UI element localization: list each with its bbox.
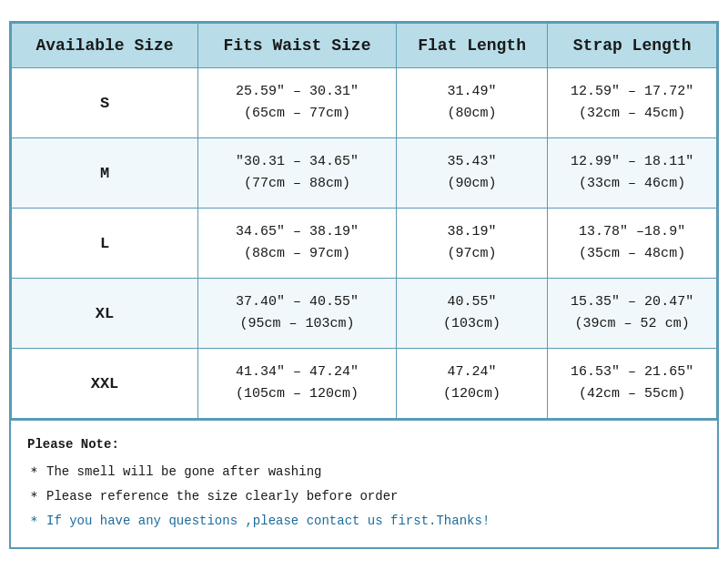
strap-cell: 13.78″ –18.9″(35cm – 48cm) [548, 209, 717, 279]
notes-section: Please Note: ＊The smell will be gone aft… [11, 419, 717, 546]
waist-cell: 34.65″ – 38.19″(88cm – 97cm) [198, 209, 397, 279]
note-text: Please reference the size clearly before… [46, 485, 398, 508]
size-chart-container: Available Size Fits Waist Size Flat Leng… [9, 21, 719, 548]
flat-cell: 35.43″(90cm) [396, 138, 547, 209]
table-row: L34.65″ – 38.19″(88cm – 97cm)38.19″(97cm… [12, 209, 717, 279]
size-cell: M [12, 138, 198, 209]
flat-cell: 47.24″(120cm) [396, 349, 547, 419]
size-cell: S [12, 68, 198, 138]
strap-cell: 16.53″ – 21.65″(42cm – 55cm) [548, 349, 717, 419]
header-available-size: Available Size [12, 24, 198, 68]
waist-cell: 37.40″ – 40.55″(95cm – 103cm) [198, 279, 397, 349]
waist-cell: 25.59″ – 30.31″(65cm – 77cm) [198, 68, 397, 138]
flat-cell: 40.55″(103cm) [396, 279, 547, 349]
note-bullet: ＊ [27, 485, 41, 510]
note-text: If you have any questions ,please contac… [46, 510, 490, 533]
header-flat-length: Flat Length [396, 24, 547, 68]
size-cell: XL [12, 279, 198, 349]
flat-cell: 38.19″(97cm) [396, 209, 547, 279]
waist-cell: ″30.31 – 34.65″(77cm – 88cm) [198, 138, 397, 209]
note-item: ＊Please reference the size clearly befor… [27, 485, 701, 510]
waist-cell: 41.34″ – 47.24″(105cm – 120cm) [198, 349, 397, 419]
size-cell: L [12, 209, 198, 279]
table-row: S25.59″ – 30.31″(65cm – 77cm)31.49″(80cm… [12, 68, 717, 138]
table-header-row: Available Size Fits Waist Size Flat Leng… [12, 24, 717, 68]
strap-cell: 12.99″ – 18.11″(33cm – 46cm) [548, 138, 717, 209]
notes-title: Please Note: [27, 433, 701, 456]
note-item: ＊The smell will be gone after washing [27, 461, 701, 485]
size-cell: XXL [12, 349, 198, 419]
table-row: M″30.31 – 34.65″(77cm – 88cm)35.43″(90cm… [12, 138, 717, 209]
note-text: The smell will be gone after washing [46, 461, 321, 483]
strap-cell: 12.59″ – 17.72″(32cm – 45cm) [548, 68, 717, 138]
strap-cell: 15.35″ – 20.47″(39cm – 52 cm) [548, 279, 717, 349]
note-bullet: ＊ [27, 510, 41, 534]
header-fits-waist: Fits Waist Size [198, 24, 397, 68]
header-strap-length: Strap Length [548, 24, 717, 68]
note-item: ＊If you have any questions ,please conta… [27, 510, 701, 534]
flat-cell: 31.49″(80cm) [396, 68, 547, 138]
size-table: Available Size Fits Waist Size Flat Leng… [11, 23, 717, 419]
table-row: XL37.40″ – 40.55″(95cm – 103cm)40.55″(10… [12, 279, 717, 349]
table-row: XXL41.34″ – 47.24″(105cm – 120cm)47.24″(… [12, 349, 717, 419]
note-bullet: ＊ [27, 461, 41, 485]
